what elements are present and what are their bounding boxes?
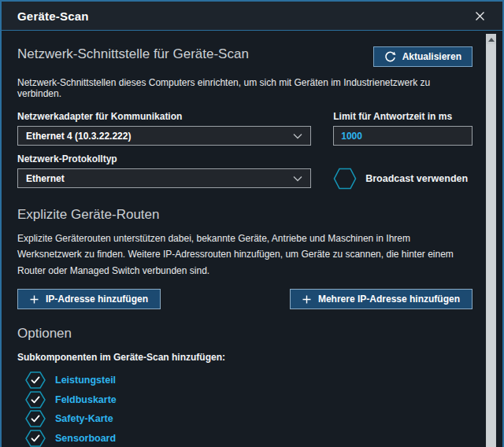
timeout-label: Limit für Antwortzeit in ms: [333, 111, 472, 122]
scrollbar-up-icon[interactable]: [488, 38, 495, 42]
subcomponent-row: Sensorboard: [25, 430, 472, 447]
chevron-down-icon: [293, 133, 302, 139]
protocol-field-group: Netzwerk-Protokolltyp Ethernet: [17, 153, 311, 190]
subcomponent-row: Feldbuskarte: [25, 391, 472, 408]
hexagon-checkbox-icon: [25, 391, 46, 408]
subcomponent-label: Safety-Karte: [55, 413, 113, 424]
subcomponent-checkbox[interactable]: [25, 391, 46, 408]
options-section-title: Optionen: [17, 326, 472, 342]
subcomponent-checkbox[interactable]: [25, 371, 46, 389]
add-ip-button-label: IP-Adresse hinzufügen: [46, 294, 148, 305]
routes-section-title: Explizite Geräte-Routen: [17, 207, 472, 223]
add-multiple-ip-button-label: Mehrere IP-Adresse hinzufügen: [318, 294, 460, 305]
vertical-scrollbar[interactable]: [486, 34, 496, 447]
add-multiple-ip-button[interactable]: Mehrere IP-Adresse hinzufügen: [290, 289, 472, 309]
subcomponent-label: Sensorboard: [55, 433, 116, 444]
network-section-description: Netzwerk-Schnittstellen dieses Computers…: [17, 77, 472, 99]
adapter-row: Netzwerkadapter für Kommunikation Ethern…: [17, 111, 472, 146]
device-scan-dialog: Geräte-Scan Netzwerk-Schnittstelle für G…: [0, 0, 504, 447]
subcomponent-row: Safety-Karte: [25, 410, 472, 427]
dialog-content: Netzwerk-Schnittstelle für Geräte-Scan A…: [2, 31, 502, 447]
subcomponent-row: Leistungsteil: [25, 371, 472, 389]
subcomponents-label: Subkomponenten im Geräte-Scan hinzufügen…: [17, 352, 472, 363]
timeout-input[interactable]: [333, 126, 472, 146]
adapter-select[interactable]: Ethernet 4 (10.3.22.222): [17, 126, 311, 146]
timeout-field-group: Limit für Antwortzeit in ms: [333, 111, 472, 146]
close-icon: [475, 11, 485, 21]
routes-section-description: Explizite Geräterouten unterstützen dabe…: [17, 231, 472, 279]
plus-icon: [302, 295, 311, 304]
hexagon-checkbox-icon: [25, 430, 46, 447]
protocol-label: Netzwerk-Protokolltyp: [17, 153, 311, 164]
subcomponent-list: Leistungsteil Feldbuskarte Safety-Karte …: [17, 371, 472, 447]
broadcast-field-group: Broadcast verwenden: [333, 153, 472, 190]
hexagon-checkbox-icon: [25, 410, 46, 427]
protocol-row: Netzwerk-Protokolltyp Ethernet: [17, 153, 472, 190]
dialog-title: Geräte-Scan: [17, 9, 471, 23]
scrollbar-thumb[interactable]: [487, 44, 495, 447]
hexagon-checkbox-icon: [25, 371, 46, 389]
broadcast-label: Broadcast verwenden: [365, 173, 468, 184]
route-buttons-row: IP-Adresse hinzufügen Mehrere IP-Adresse…: [17, 289, 472, 309]
broadcast-checkbox[interactable]: [333, 168, 357, 190]
subcomponent-checkbox[interactable]: [25, 430, 46, 447]
adapter-label: Netzwerkadapter für Kommunikation: [17, 111, 311, 122]
network-section-header: Netzwerk-Schnittstelle für Geräte-Scan A…: [17, 46, 472, 67]
protocol-select[interactable]: Ethernet: [17, 168, 311, 188]
chevron-down-icon: [293, 175, 302, 182]
close-button[interactable]: [471, 7, 488, 24]
adapter-selected-value: Ethernet 4 (10.3.22.222): [26, 131, 131, 142]
refresh-button-label: Aktualisieren: [402, 51, 461, 62]
network-section-title: Netzwerk-Schnittstelle für Geräte-Scan: [17, 46, 249, 62]
subcomponent-label: Feldbuskarte: [55, 394, 117, 405]
subcomponent-label: Leistungsteil: [55, 375, 116, 386]
plus-icon: [30, 295, 39, 304]
add-ip-button[interactable]: IP-Adresse hinzufügen: [17, 289, 161, 309]
hexagon-checkbox-icon: [333, 168, 357, 190]
titlebar: Geräte-Scan: [2, 2, 502, 31]
refresh-icon: [384, 51, 396, 63]
adapter-field-group: Netzwerkadapter für Kommunikation Ethern…: [17, 111, 311, 146]
subcomponent-checkbox[interactable]: [25, 410, 46, 427]
protocol-selected-value: Ethernet: [26, 173, 65, 184]
refresh-button[interactable]: Aktualisieren: [373, 46, 472, 67]
